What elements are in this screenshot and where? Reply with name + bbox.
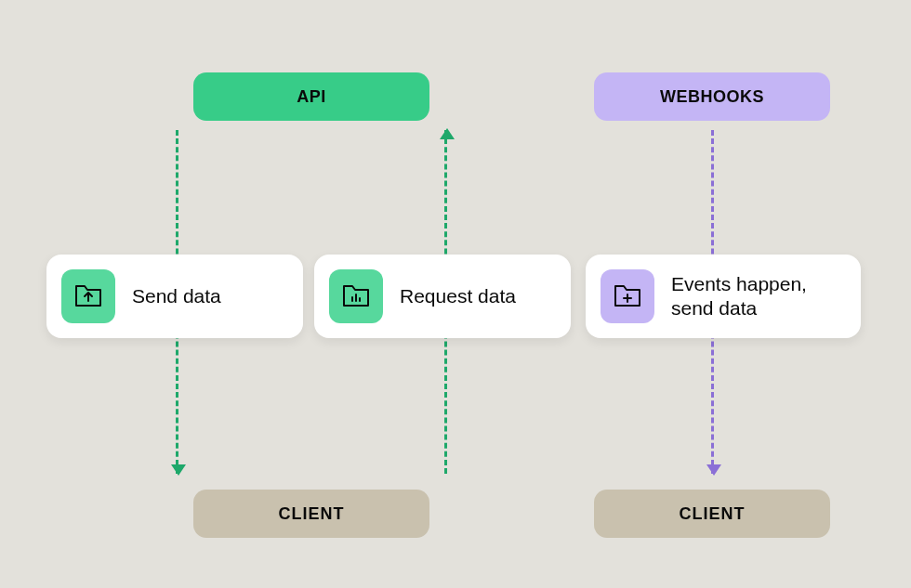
card-events-label: Events happen, send data [671, 272, 842, 321]
client-api-label: CLIENT [279, 504, 345, 524]
client-webhooks-label: CLIENT [680, 504, 746, 524]
webhooks-header-pill: WEBHOOKS [594, 72, 830, 121]
chevron-down-icon [706, 464, 721, 476]
api-header-pill: API [193, 72, 429, 121]
card-request-data: Request data [314, 255, 571, 338]
api-header-label: API [297, 87, 326, 107]
folder-add-icon [601, 269, 654, 323]
folder-upload-icon [61, 269, 115, 323]
folder-chart-icon [329, 269, 383, 323]
client-api-pill: CLIENT [193, 490, 429, 538]
card-events-data: Events happen, send data [586, 255, 861, 338]
card-request-label: Request data [400, 284, 516, 308]
client-webhooks-pill: CLIENT [594, 490, 830, 538]
card-send-label: Send data [132, 284, 221, 308]
card-send-data: Send data [46, 255, 303, 338]
webhooks-header-label: WEBHOOKS [660, 87, 764, 107]
chevron-up-icon [440, 128, 455, 139]
chevron-down-icon [171, 464, 186, 476]
